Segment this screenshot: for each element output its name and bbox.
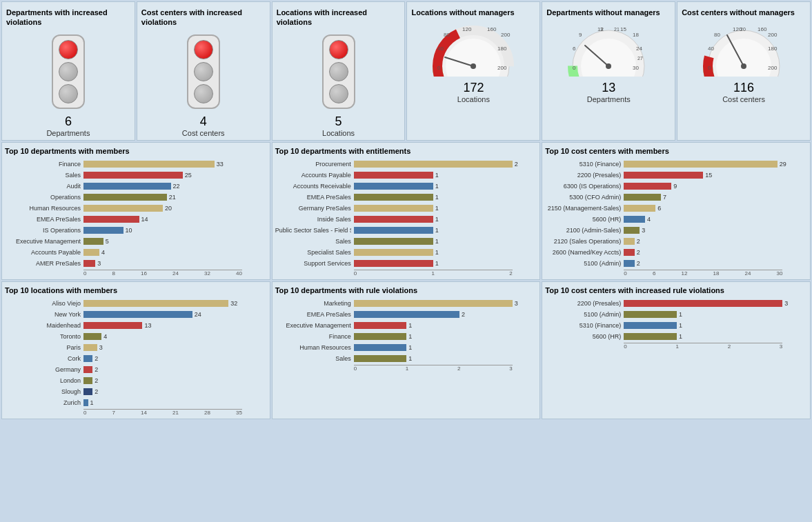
bar-area: 5	[83, 237, 267, 245]
axis-tick: 7	[112, 410, 115, 416]
bar-label: Sales	[275, 238, 351, 245]
bar-area: 1	[354, 215, 537, 223]
bar-area: 1	[624, 321, 807, 330]
kpi-row: Departments with increased violations 6 …	[1, 1, 811, 141]
axis-tick: 1	[676, 343, 679, 350]
bar-value: 1	[435, 238, 439, 245]
traffic-light-2	[187, 34, 220, 109]
bar-area: 32	[83, 299, 267, 308]
bar-value: 2	[637, 260, 640, 267]
list-item: Maidenhead 13	[5, 321, 267, 330]
bar-label: Finance	[275, 333, 351, 340]
list-item: New York 24	[5, 310, 267, 319]
bar-label: 2150 (Management-Sales)	[545, 205, 621, 212]
chart5-bars: Marketing 3 EMEA PreSales 2	[275, 299, 537, 372]
kpi-cc-no-mgr: Cost centers without managers 0 40 80 12…	[677, 1, 811, 141]
bar-label: EMEA PreSales	[275, 194, 351, 201]
bar-fill	[83, 227, 123, 234]
axis-ticks: 0123	[354, 365, 513, 372]
bar-fill	[354, 238, 433, 245]
bar-label: Audit	[5, 183, 81, 190]
tl-gray-1a	[59, 62, 78, 81]
bar-fill	[354, 333, 407, 340]
axis-tick: 30	[776, 270, 782, 277]
axis-tick: 35	[236, 410, 242, 416]
kpi-dept-violations-label: Departments	[6, 129, 130, 137]
bar-fill	[624, 227, 640, 234]
bar-value: 2	[637, 238, 640, 245]
bar-fill	[83, 322, 142, 329]
kpi-cc-no-mgr-value: 116	[682, 81, 806, 95]
tl-gray-2b	[194, 84, 213, 103]
list-item: Accounts Receivable 1	[275, 181, 537, 191]
list-item: Inside Sales 1	[275, 214, 537, 224]
bar: 3	[624, 300, 807, 307]
chart1-bars: Finance 33 Sales 25 Audit	[5, 159, 267, 277]
bar-fill	[624, 260, 634, 267]
bar-fill	[624, 194, 661, 201]
bar-fill	[83, 388, 92, 395]
bar-fill	[354, 227, 433, 234]
list-item: London 2	[5, 376, 267, 385]
bar: 1	[624, 322, 807, 329]
axis-tick: 3	[509, 365, 512, 372]
bar-fill	[83, 172, 183, 179]
bar: 7	[624, 194, 807, 201]
tl-gray-3a	[329, 62, 348, 81]
bar-value: 4	[647, 216, 651, 223]
axis-tick: 8	[112, 270, 115, 277]
svg-text:200: 200	[497, 65, 507, 71]
bar-area: 1	[354, 248, 537, 257]
bar-area: 1	[354, 343, 537, 352]
tl-gray-1b	[59, 84, 78, 103]
bar-area: 33	[83, 160, 267, 168]
svg-text:120: 120	[462, 26, 472, 32]
bar-label: Cork	[5, 355, 81, 362]
list-item: Aliso Viejo 32	[5, 299, 267, 308]
list-item: Accounts Payable 4	[5, 248, 267, 257]
bar-fill	[354, 172, 433, 179]
bar: 1	[354, 260, 537, 267]
bar: 2	[83, 355, 267, 362]
axis-tick: 2	[728, 343, 731, 350]
bar-fill	[83, 355, 92, 362]
bar-fill	[354, 194, 433, 201]
bar: 21	[83, 194, 267, 201]
bar-area: 2	[624, 237, 807, 245]
bar: 1	[354, 355, 537, 362]
traffic-light-1	[52, 34, 85, 109]
list-item: Public Sector Sales - Field Sales 1	[275, 225, 537, 235]
svg-text:0: 0	[708, 65, 711, 71]
bar-label: Specialist Sales	[275, 249, 351, 256]
bar-fill	[83, 344, 97, 351]
kpi-loc-violations: Locations with increased violations 5 Lo…	[272, 1, 406, 141]
bar: 1	[354, 183, 537, 190]
bar-label: Sales	[5, 172, 81, 179]
bar-area: 2	[83, 354, 267, 363]
axis-tick: 12	[681, 270, 687, 277]
bar-area: 4	[624, 215, 807, 223]
list-item: Germany 2	[5, 365, 267, 374]
bar-value: 25	[185, 172, 192, 179]
bar: 2	[354, 311, 537, 318]
bar-value: 2	[515, 161, 518, 168]
bar-area: 21	[83, 193, 267, 201]
bar-fill	[624, 249, 634, 256]
kpi-cc-no-mgr-title: Cost centers without managers	[682, 8, 806, 17]
bar-value: 1	[679, 322, 682, 329]
list-item: Human Resources 20	[5, 203, 267, 213]
list-item: 2200 (Presales) 3	[545, 299, 807, 308]
svg-text:200: 200	[768, 32, 778, 38]
bar-fill	[83, 183, 171, 190]
bar-area: 1	[354, 226, 537, 234]
axis-ticks: 0123	[624, 343, 782, 350]
bar-fill	[354, 161, 513, 168]
axis-tick: 24	[172, 270, 179, 277]
bar-area: 13	[83, 321, 267, 330]
svg-text:80: 80	[444, 32, 450, 38]
chart-dept-entitlements-title: Top 10 departments with entitlements	[275, 147, 537, 155]
bar-label: 6300 (IS Operations)	[545, 183, 621, 190]
bar: 2	[624, 260, 807, 267]
bar-value: 2	[462, 311, 465, 318]
bar-label: Finance	[5, 161, 81, 168]
